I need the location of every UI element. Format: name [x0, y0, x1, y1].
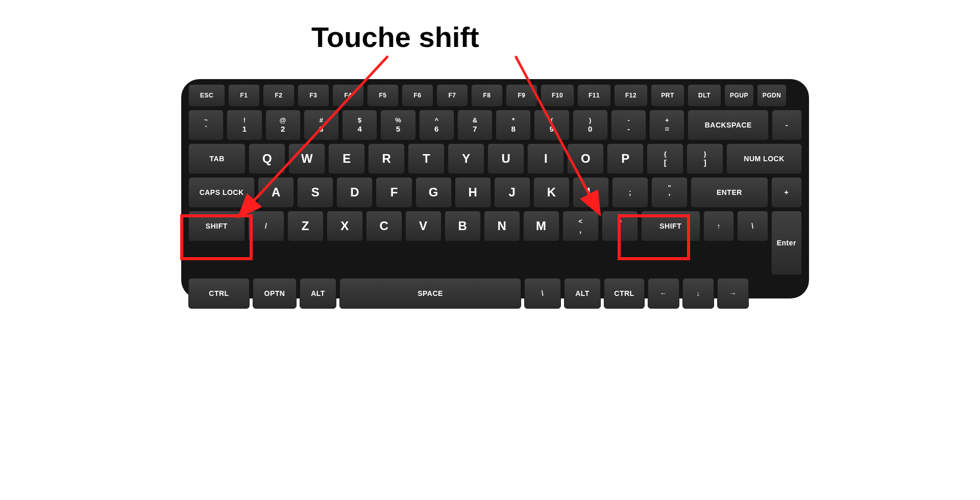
key-t[interactable]: T — [408, 143, 445, 174]
key-o[interactable]: O — [567, 143, 604, 174]
key--2[interactable]: @2 — [265, 110, 301, 140]
key-f[interactable]: F — [376, 177, 412, 208]
key--[interactable]: <, — [562, 211, 599, 241]
key--4[interactable]: $4 — [342, 110, 377, 140]
key-dlt[interactable]: DLT — [688, 84, 721, 107]
key--8[interactable]: *8 — [496, 110, 531, 140]
key-f2[interactable]: F2 — [263, 84, 295, 107]
key-right-ctrl[interactable]: CTRL — [604, 278, 645, 309]
key-e[interactable]: E — [328, 143, 365, 174]
key-esc[interactable]: ESC — [188, 84, 225, 107]
key--1[interactable]: !1 — [227, 110, 262, 140]
key-w[interactable]: W — [288, 143, 325, 174]
key--[interactable]: }] — [687, 143, 723, 174]
key--[interactable]: "' — [651, 177, 688, 208]
key--7[interactable]: &7 — [457, 110, 493, 140]
key-prt[interactable]: PRT — [651, 84, 684, 107]
key--[interactable]: -- — [611, 110, 646, 140]
key--9[interactable]: (9 — [534, 110, 569, 140]
key--[interactable]: ; — [612, 177, 648, 208]
key-left-ctrl[interactable]: CTRL — [188, 278, 250, 309]
key-f12[interactable]: F12 — [614, 84, 648, 107]
key-backslash[interactable]: \ — [524, 278, 561, 309]
key-pgdn[interactable]: PGDN — [757, 84, 787, 107]
diagram-title: Touche shift — [311, 20, 479, 54]
key-x[interactable]: X — [327, 211, 363, 241]
key-m[interactable]: M — [523, 211, 559, 241]
key-space[interactable]: SPACE — [339, 278, 521, 309]
key-c[interactable]: C — [366, 211, 402, 241]
key--[interactable]: \ — [737, 211, 768, 241]
key-l[interactable]: L — [573, 177, 609, 208]
key-arrow-left[interactable]: ← — [648, 278, 679, 309]
key--[interactable]: / — [248, 211, 284, 241]
key-right-alt[interactable]: ALT — [564, 278, 601, 309]
key-arrow-down[interactable]: ↓ — [682, 278, 714, 309]
key-a[interactable]: A — [258, 177, 294, 208]
keyboard: ESCF1F2F3F4F5F6F7F8F9F10F11F12PRTDLTPGUP… — [181, 79, 809, 298]
key--[interactable]: - — [772, 110, 802, 140]
key-y[interactable]: Y — [448, 143, 484, 174]
key--[interactable]: {[ — [647, 143, 683, 174]
key-f5[interactable]: F5 — [367, 84, 399, 107]
key--0[interactable]: )0 — [573, 110, 608, 140]
key-f8[interactable]: F8 — [471, 84, 503, 107]
key-v[interactable]: V — [405, 211, 442, 241]
key-optn[interactable]: OPTN — [253, 278, 297, 309]
key-j[interactable]: J — [494, 177, 530, 208]
key-r[interactable]: R — [368, 143, 405, 174]
key-f4[interactable]: F4 — [332, 84, 364, 107]
key-k[interactable]: K — [533, 177, 570, 208]
key-b[interactable]: B — [445, 211, 481, 241]
highlight-left-shift — [180, 214, 253, 260]
key-s[interactable]: S — [297, 177, 333, 208]
key--5[interactable]: %5 — [380, 110, 415, 140]
key-enter[interactable]: ENTER — [691, 177, 768, 208]
key--6[interactable]: ^6 — [419, 110, 454, 140]
key-n[interactable]: N — [484, 211, 520, 241]
key-h[interactable]: H — [455, 177, 491, 208]
key-left-alt[interactable]: ALT — [300, 278, 336, 309]
key-f11[interactable]: F11 — [577, 84, 611, 107]
key-pgup[interactable]: PGUP — [724, 84, 754, 107]
key-tab[interactable]: TAB — [188, 143, 246, 174]
key-p[interactable]: P — [607, 143, 644, 174]
key-i[interactable]: I — [527, 143, 564, 174]
key-side-enter[interactable]: Enter — [771, 211, 802, 275]
key-q[interactable]: Q — [249, 143, 285, 174]
key-f6[interactable]: F6 — [402, 84, 433, 107]
key-numlock[interactable]: NUM LOCK — [726, 143, 802, 174]
key-arrow-right[interactable]: → — [717, 278, 749, 309]
key-f3[interactable]: F3 — [298, 84, 329, 107]
key-f9[interactable]: F9 — [506, 84, 537, 107]
key--3[interactable]: #3 — [304, 110, 339, 140]
key-u[interactable]: U — [487, 143, 524, 174]
key-f7[interactable]: F7 — [436, 84, 468, 107]
key--[interactable]: ~` — [188, 110, 224, 140]
key-backspace[interactable]: BACKSPACE — [688, 110, 769, 140]
key-g[interactable]: G — [415, 177, 452, 208]
key-f1[interactable]: F1 — [228, 84, 260, 107]
key-f10[interactable]: F10 — [541, 84, 574, 107]
key--[interactable]: += — [649, 110, 684, 140]
key-arrow-up[interactable]: ↑ — [703, 211, 734, 241]
key-z[interactable]: Z — [287, 211, 324, 241]
key-plus[interactable]: + — [771, 177, 802, 208]
key-capslock[interactable]: CAPS LOCK — [188, 177, 255, 208]
highlight-right-shift — [618, 214, 690, 260]
key-d[interactable]: D — [336, 177, 373, 208]
